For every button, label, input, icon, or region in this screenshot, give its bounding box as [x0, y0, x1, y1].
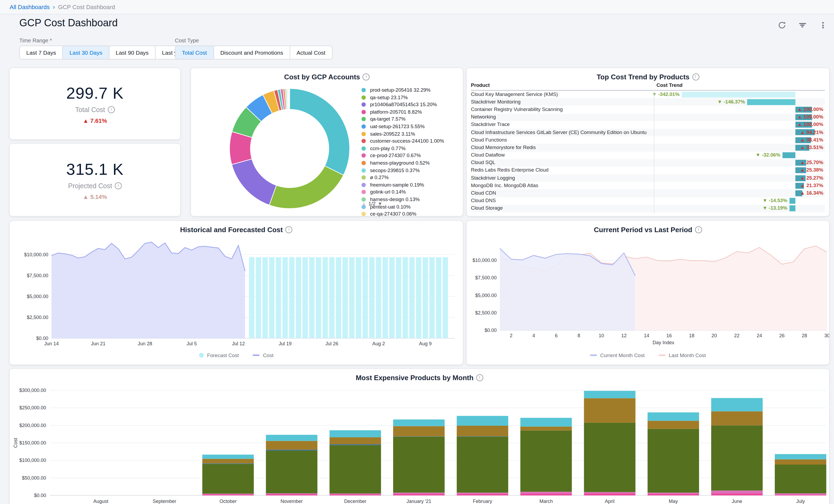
bar-november-segment-dark-blue[interactable] — [266, 450, 317, 451]
table-row-networking[interactable]: Networking▲ 100.00% — [471, 113, 825, 121]
legend-item-customer-success-244100[interactable]: customer-success-244100 1.00% — [361, 138, 459, 144]
time-range-option-last-7-days[interactable]: Last 7 Days — [19, 46, 63, 60]
legend-item-qa-target[interactable]: qa-target 7.57% — [361, 117, 459, 122]
legend-item-last-month-cost[interactable]: Last Month Cost — [659, 352, 706, 358]
table-row-cloud-infrastructure-services-gitlab-ser[interactable]: Cloud Infrastructure Services GitLab Ser… — [471, 129, 825, 136]
donut-slice-ce-qa-274307[interactable] — [289, 88, 290, 109]
legend-item-platform-205701[interactable]: platform-205701 8.82% — [361, 109, 459, 115]
legend-page-up-icon[interactable]: ▲ — [361, 201, 366, 206]
table-row-stackdriver-trace[interactable]: Stackdriver Trace▲ 100.00% — [471, 121, 825, 129]
bar-january-21-segment-orchid[interactable] — [393, 493, 445, 494]
legend-item-ccm-play[interactable]: ccm-play 0.77% — [361, 146, 459, 151]
bar-january-21-segment-olive-green[interactable] — [393, 436, 445, 492]
bar-november-segment-orchid[interactable] — [266, 493, 317, 494]
bar-december-segment-deep-pink[interactable] — [330, 494, 381, 496]
legend-item-[interactable]: ø 0.27% — [361, 175, 459, 180]
bar-october-segment-orchid[interactable] — [202, 494, 254, 494]
legend-item-qa-setup[interactable]: qa-setup 23.17% — [361, 95, 459, 100]
bar-april-segment-golden-brown[interactable] — [584, 398, 636, 422]
historical-chart-canvas[interactable]: $0.00$2,500.00$5,000.00$7,500.00$10,000.… — [10, 221, 463, 365]
bar-july-segment-olive-green[interactable] — [775, 465, 826, 493]
table-row-cloud-dataflow[interactable]: Cloud Dataflow▼ -32.06% — [471, 151, 825, 159]
stacked-bar-chart-canvas[interactable]: $0.00$50,000.00$100,000.00$150,000.00$20… — [10, 369, 829, 504]
bar-november-segment-deep-pink[interactable] — [266, 494, 317, 496]
bar-october-segment-dark-blue[interactable] — [202, 463, 254, 464]
legend-item-ce-qa-274307[interactable]: ce-qa-274307 0.06% — [361, 211, 459, 217]
bar-may-segment-golden-brown[interactable] — [648, 421, 699, 429]
bar-october-segment-cyan[interactable] — [202, 455, 254, 459]
table-row-stackdriver-logging[interactable]: Stackdriver Logging▲ 25.27% — [471, 174, 825, 182]
legend-item-ce-prod-274307[interactable]: ce-prod-274307 0.67% — [361, 153, 459, 159]
refresh-icon[interactable] — [777, 20, 787, 30]
cost-type-option-discount-and-promotions[interactable]: Discount and Promotions — [213, 46, 290, 60]
table-row-stackdriver-monitoring[interactable]: Stackdriver Monitoring▼ -146.37% — [471, 98, 825, 106]
donut-slice-prod-setup-205416[interactable] — [290, 88, 350, 175]
time-range-option-last-90-days[interactable]: Last 90 Days — [109, 46, 156, 60]
donut-slice-qa-setup[interactable] — [269, 166, 344, 209]
table-row-redis-labs-redis-enterprise-cloud[interactable]: Redis Labs Redis Enterprise Cloud▲ 25.38… — [471, 167, 825, 174]
info-icon[interactable] — [692, 73, 699, 81]
cost-type-option-total-cost[interactable]: Total Cost — [175, 46, 214, 60]
bar-december-segment-dark-blue[interactable] — [330, 444, 381, 445]
bar-june-segment-deep-pink[interactable] — [711, 493, 763, 496]
legend-item-forecast-cost[interactable]: Forecast Cost — [199, 352, 239, 358]
bar-january-21-segment-deep-pink[interactable] — [393, 494, 445, 496]
bar-july-segment-cyan[interactable] — [775, 454, 826, 460]
bar-march-segment-olive-green[interactable] — [520, 431, 572, 492]
info-icon[interactable] — [115, 182, 122, 189]
bar-november-segment-golden-brown[interactable] — [266, 441, 317, 450]
bar-june-segment-golden-brown[interactable] — [711, 411, 763, 425]
bar-july-segment-golden-brown[interactable] — [775, 459, 826, 465]
legend-item-secops-239815[interactable]: secops-239815 0.37% — [361, 168, 459, 173]
bar-may-segment-cyan[interactable] — [648, 412, 699, 421]
table-row-cloud-cdn[interactable]: Cloud CDN▲ 16.34% — [471, 190, 825, 197]
table-row-cloud-memorystore-for-redis[interactable]: Cloud Memorystore for Redis▲ 33.51% — [471, 144, 825, 151]
legend-item-golink-url[interactable]: golink-url 0.14% — [361, 190, 459, 195]
bar-april-segment-cyan[interactable] — [584, 391, 636, 398]
legend-item-uat-setup-261723[interactable]: uat-setup-261723 5.55% — [361, 124, 459, 130]
bar-january-21-segment-cyan[interactable] — [393, 420, 445, 426]
bar-march-segment-cyan[interactable] — [520, 418, 572, 427]
bar-april-segment-orchid[interactable] — [584, 492, 636, 494]
table-row-cloud-key-management-service-kms[interactable]: Cloud Key Management Service (KMS)▼ -342… — [471, 91, 825, 98]
bar-february-segment-deep-pink[interactable] — [457, 494, 508, 496]
bar-february-segment-golden-brown[interactable] — [457, 426, 508, 436]
table-row-cloud-functions[interactable]: Cloud Functions▲ 38.41% — [471, 136, 825, 144]
bar-july-segment-orchid[interactable] — [775, 493, 826, 495]
bar-march-segment-deep-pink[interactable] — [520, 494, 572, 496]
legend-item-freemium-sample[interactable]: freemium-sample 0.19% — [361, 182, 459, 188]
legend-item-sales-209522[interactable]: sales-209522 3.11% — [361, 131, 459, 137]
donut-slice-pr10406a87045145c3[interactable] — [232, 159, 276, 205]
bar-november-segment-olive-green[interactable] — [266, 451, 317, 493]
bar-june-segment-olive-green[interactable] — [711, 425, 763, 490]
bar-october-segment-olive-green[interactable] — [202, 464, 254, 494]
bar-december-segment-orchid[interactable] — [330, 494, 381, 494]
bar-december-segment-golden-brown[interactable] — [330, 437, 381, 444]
table-row-container-registry-vulnerability-scannin[interactable]: Container Registry Vulnerability Scannin… — [471, 106, 825, 113]
table-row-cloud-sql[interactable]: Cloud SQL▲ 25.70% — [471, 159, 825, 167]
bar-december-segment-olive-green[interactable] — [330, 445, 381, 493]
bar-february-segment-olive-green[interactable] — [457, 436, 508, 492]
column-header-product[interactable]: Product — [471, 83, 490, 88]
bar-april-segment-deep-pink[interactable] — [584, 493, 636, 496]
legend-item-pr10406a87045145c3[interactable]: pr10406a87045145c3 15.20% — [361, 102, 459, 108]
bar-march-segment-orchid[interactable] — [520, 492, 572, 494]
column-header-cost-trend[interactable]: Cost Trend — [657, 83, 682, 88]
bar-july-segment-deep-pink[interactable] — [775, 495, 826, 496]
bar-february-segment-orchid[interactable] — [457, 493, 508, 494]
bar-may-segment-olive-green[interactable] — [648, 429, 699, 493]
legend-item-prod-setup-205416[interactable]: prod-setup-205416 32.29% — [361, 87, 459, 93]
bar-december-segment-cyan[interactable] — [330, 430, 381, 437]
legend-item-harness-playground[interactable]: harness-playground 0.52% — [361, 160, 459, 166]
filter-icon[interactable] — [797, 20, 807, 30]
bar-november-segment-cyan[interactable] — [266, 435, 317, 441]
time-range-option-last-30-days[interactable]: Last 30 Days — [63, 46, 109, 60]
bar-may-segment-orchid[interactable] — [648, 493, 699, 494]
table-row-cloud-dns[interactable]: Cloud DNS▼ -14.53% — [471, 197, 825, 204]
bar-june-segment-orchid[interactable] — [711, 490, 763, 493]
bar-march-segment-golden-brown[interactable] — [520, 426, 572, 430]
table-row-cloud-storage[interactable]: Cloud Storage▼ -13.19% — [471, 205, 825, 212]
legend-item-current-month-cost[interactable]: Current Month Cost — [590, 352, 645, 358]
info-icon[interactable] — [108, 106, 115, 113]
legend-page-down-icon[interactable]: ▼ — [378, 201, 382, 206]
